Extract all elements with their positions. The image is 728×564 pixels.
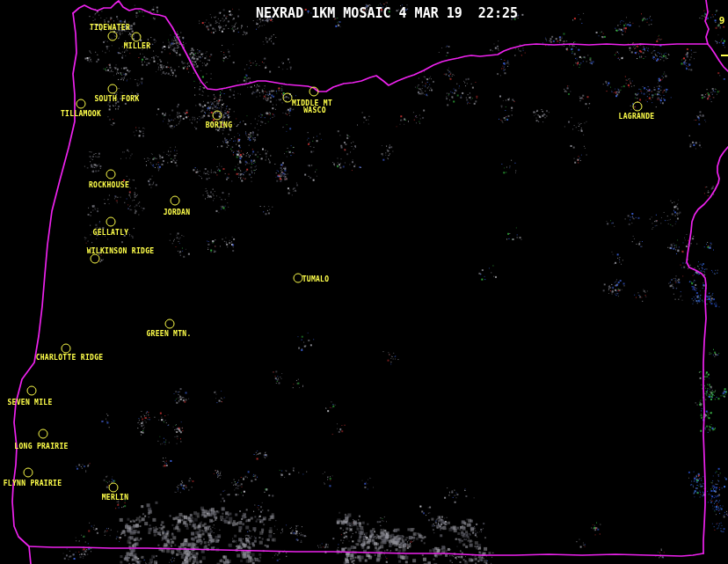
site-marker-tidewater[interactable]	[108, 32, 118, 41]
site-marker-merlin[interactable]	[109, 483, 119, 493]
site-label-gellatly: GELLATLY	[93, 229, 129, 237]
site-label-merlin: MERLIN	[102, 494, 129, 502]
cutoff-label-fragment: 9	[719, 15, 725, 26]
site-label-jordan: JORDAN	[164, 209, 191, 216]
site-marker-boring[interactable]	[213, 111, 222, 121]
cutoff-marker-fragment	[721, 55, 728, 56]
site-label-wasco: WASCO	[303, 106, 326, 114]
site-label-flynn-prairie: FLYNN PRAIRIE	[4, 480, 62, 487]
site-marker-lagrande[interactable]	[633, 102, 643, 112]
site-marker-rockhouse[interactable]	[106, 170, 116, 179]
site-label-long-prairie: LONG PRAIRIE	[14, 443, 68, 450]
site-label-charlotte-ridge: CHARLOTTE RIDGE	[36, 354, 104, 362]
site-label-tidewater: TIDEWATER	[90, 24, 130, 32]
site-label-tillamook: TILLAMOOK	[61, 110, 101, 118]
radar-viewer: NEXRAD 1KM MOSAIC 4 MAR 19 22:25 TIDEWAT…	[0, 0, 728, 564]
site-label-south-fork: SOUTH FORK	[94, 95, 139, 103]
site-label-tumalo: TUMALO	[302, 275, 330, 283]
site-label-miller: MILLER	[124, 42, 151, 50]
site-marker-green-mtn[interactable]	[165, 319, 175, 329]
site-label-rockhouse: ROCKHOUSE	[89, 181, 129, 189]
site-marker-tillamook[interactable]	[76, 99, 86, 109]
site-marker-seven-mile[interactable]	[27, 386, 37, 396]
site-label-seven-mile: SEVEN MILE	[7, 399, 52, 407]
site-marker-jordan[interactable]	[171, 196, 180, 206]
site-marker-wilkinson-ridge[interactable]	[91, 254, 100, 264]
site-marker-gellatly[interactable]	[106, 217, 116, 227]
site-marker-charlotte-ridge[interactable]	[62, 344, 71, 354]
site-label-lagrande: LAGRANDE	[619, 113, 655, 121]
site-label-boring: BORING	[206, 121, 233, 129]
site-marker-south-fork[interactable]	[108, 84, 118, 94]
site-marker-miller[interactable]	[132, 33, 142, 42]
mosaic-title: NEXRAD 1KM MOSAIC 4 MAR 19 22:25	[256, 5, 518, 21]
site-marker-wasco[interactable]	[309, 87, 319, 97]
site-label-green-mtn: GREEN MTN.	[146, 330, 191, 338]
site-marker-flynn-prairie[interactable]	[24, 468, 33, 478]
site-label-wilkinson-ridge: WILKINSON RIDGE	[87, 247, 155, 255]
site-marker-long-prairie[interactable]	[39, 429, 48, 439]
site-marker-middle-mt[interactable]	[283, 93, 293, 103]
